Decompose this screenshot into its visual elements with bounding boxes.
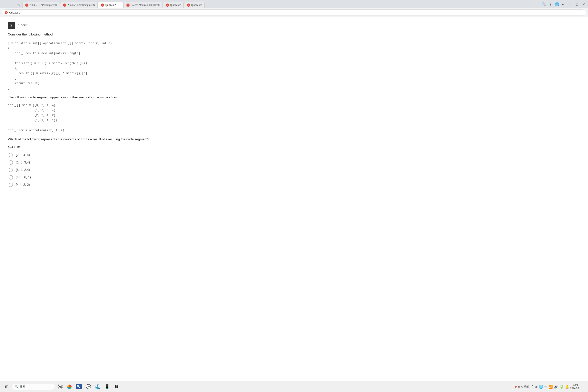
taskbar-edge-app[interactable]: 🌊: [93, 382, 102, 386]
address-favicon: [5, 11, 8, 14]
search-icon: 🔍: [15, 385, 18, 386]
taskbar-desktop-app[interactable]: 🖥: [112, 382, 121, 386]
tab-2-favicon: [63, 4, 66, 7]
search-toolbar-button[interactable]: 🔍: [540, 1, 547, 8]
download-button[interactable]: ⇣: [547, 1, 554, 8]
answer-choice-d[interactable]: {4, 3, 6, 1}: [8, 175, 580, 180]
answer-text-a: {2,2, 4, 4}: [16, 153, 30, 157]
tab-1-favicon: [25, 4, 28, 7]
close-window-button[interactable]: ✕: [580, 1, 587, 8]
answer-text-c: {6, 4, 2,4}: [16, 168, 30, 172]
restore-button[interactable]: ◻: [574, 1, 580, 8]
globe-button[interactable]: 🌐: [554, 1, 560, 8]
tab-4-favicon: [126, 4, 130, 7]
wifi-icon[interactable]: 📶: [548, 384, 553, 386]
tab-3[interactable]: Quizzes 2 ✕: [98, 2, 123, 8]
taskbar-chrome-app[interactable]: [65, 382, 74, 386]
show-desktop-icon[interactable]: ▕: [582, 385, 584, 386]
question-label: 4CSF16: [8, 145, 580, 149]
radio-b[interactable]: [8, 160, 13, 165]
tab-1[interactable]: 20240710 AP Computer S: [22, 2, 60, 8]
forward-button[interactable]: →: [8, 2, 14, 8]
question-number: 2: [8, 22, 15, 29]
toolbar: Quizzes 2: [0, 8, 588, 17]
tab-bar: ← → ↻ 20240710 AP Computer S 20240710 AP…: [0, 0, 588, 8]
answer-choice-b[interactable]: {1, 6, 3,4}: [8, 160, 580, 165]
question-prompt: Which of the following represents the co…: [8, 137, 580, 142]
radio-e[interactable]: [8, 183, 13, 187]
taskbar: ⊞ 🔍 搜索 🐼 W 💬 🌊 📱 🖥 25°C 晴朗 ^ M| 🌐 ↩: [0, 381, 588, 386]
browser-chrome: ← → ↻ 20240710 AP Computer S 20240710 AP…: [0, 0, 588, 17]
tray-time[interactable]: 19:46 2024/9/21: [570, 384, 581, 386]
answer-text-e: {4,4, 2, 2}: [16, 183, 30, 187]
question-header: 2 1 point: [8, 22, 580, 29]
answer-choice-e[interactable]: {4,4, 2, 2}: [8, 183, 580, 187]
question-points: 1 point: [18, 24, 28, 27]
arrow-icon[interactable]: ↩: [544, 384, 547, 386]
tab-5-label: Quizzes 2: [170, 4, 180, 6]
tab-5[interactable]: Quizzes 2: [163, 2, 184, 8]
taskbar-panda-app[interactable]: 🐼: [56, 382, 64, 386]
address-text: Quizzes 2: [9, 11, 20, 14]
tab-6-favicon: [187, 4, 190, 7]
page-content: 2 1 point Consider the following method.…: [0, 17, 588, 386]
answer-text-d: {4, 3, 6, 1}: [16, 176, 31, 179]
tab-3-favicon: [101, 4, 104, 7]
volume-icon[interactable]: 🔊: [554, 384, 558, 386]
more-button[interactable]: ⋯: [560, 1, 567, 8]
taskbar-app5[interactable]: 📱: [103, 382, 111, 386]
reload-button[interactable]: ↻: [15, 2, 22, 8]
minimize-button[interactable]: −: [567, 1, 574, 8]
weather-text: 25°C 晴朗: [518, 385, 529, 386]
radio-a[interactable]: [8, 153, 13, 157]
radio-c[interactable]: [8, 168, 13, 172]
tab-2-label: 20240710 AP Computer S: [68, 4, 95, 6]
taskbar-search[interactable]: 🔍 搜索: [12, 384, 55, 386]
tab-4[interactable]: Course Modules: 20240710: [124, 2, 162, 8]
ime-icon[interactable]: M|: [534, 385, 538, 386]
taskbar-wechat-app[interactable]: 💬: [84, 382, 92, 386]
tab-3-close-button[interactable]: ✕: [117, 4, 120, 7]
answer-choices: {2,2, 4, 4} {1, 6, 3,4} {6, 4, 2,4} {4, …: [8, 153, 580, 187]
answer-choice-c[interactable]: {6, 4, 2,4}: [8, 168, 580, 172]
tab-2[interactable]: 20240710 AP Computer S: [60, 2, 98, 8]
address-bar[interactable]: Quizzes 2: [2, 10, 586, 16]
method-code: public static int[] operation(int[][] ma…: [8, 41, 580, 91]
segment-code: int[][] mat = {{3, 2, 1, 4}, {1, 2, 3, 4…: [8, 103, 580, 133]
tab-6-label: Quizzes 2: [191, 4, 202, 6]
time-display: 19:46: [570, 384, 581, 386]
search-text: 搜索: [20, 385, 25, 386]
tab-4-label: Course Modules: 20240710: [131, 4, 160, 6]
answer-text-b: {1, 6, 3,4}: [16, 160, 30, 164]
windows-button[interactable]: ⊞: [2, 382, 11, 386]
tab-3-label: Quizzes 2: [105, 4, 116, 6]
back-button[interactable]: ←: [1, 2, 8, 8]
tab-1-label: 20240710 AP Computer S: [30, 4, 57, 6]
system-tray: 25°C 晴朗 ^ M| 🌐 ↩ 📶 🔊 🔋 🔔 19:46 2024/9/21…: [512, 384, 586, 386]
tab-5-favicon: [166, 4, 169, 7]
globe-tray-icon[interactable]: 🌐: [539, 384, 543, 386]
notification-icon[interactable]: 🔔: [565, 384, 569, 386]
taskbar-word-app[interactable]: W: [74, 382, 83, 386]
radio-d[interactable]: [8, 175, 13, 180]
segment-intro: The following code segment appears in an…: [8, 95, 580, 100]
weather-badge[interactable]: 25°C 晴朗: [513, 385, 530, 386]
question-intro: Consider the following method.: [8, 32, 580, 37]
network-icon[interactable]: ^: [532, 384, 533, 386]
tab-6[interactable]: Quizzes 2: [184, 2, 204, 8]
battery-icon[interactable]: 🔋: [560, 384, 564, 386]
answer-choice-a[interactable]: {2,2, 4, 4}: [8, 153, 580, 157]
